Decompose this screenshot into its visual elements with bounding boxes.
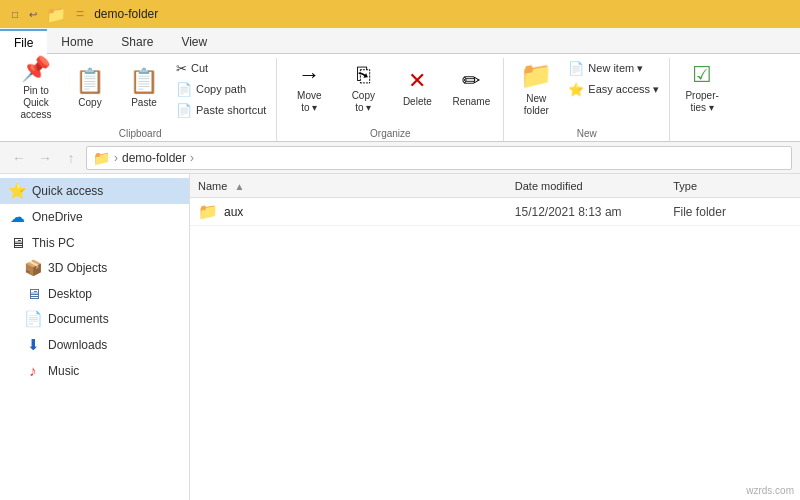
properties-icon: ☑	[692, 62, 712, 88]
delete-icon: ✕	[408, 68, 426, 94]
pin-label: Pin to Quick access	[12, 85, 60, 121]
new-item-icon: 📄	[568, 61, 584, 76]
move-to-button[interactable]: → Moveto ▾	[283, 58, 335, 118]
tab-home[interactable]: Home	[47, 28, 107, 53]
cut-icon	[176, 61, 187, 76]
ribbon: 📌 Pin to Quick access 📋 Copy 📋 Paste Cut	[0, 54, 800, 142]
clipboard-small-buttons: Cut 📄 Copy path 📄 Paste shortcut	[172, 58, 270, 134]
sidebar-item-label-3d-objects: 3D Objects	[48, 261, 107, 275]
file-name-cell: 📁 aux	[198, 202, 515, 221]
address-sep-2: ›	[190, 151, 194, 165]
sidebar-item-label-music: Music	[48, 364, 79, 378]
onedrive-icon: ☁	[8, 208, 26, 226]
address-path[interactable]: 📁 › demo-folder ›	[86, 146, 792, 170]
title-bar-controls: □ ↩	[8, 7, 40, 21]
sidebar-item-label-this-pc: This PC	[32, 236, 75, 250]
sidebar-item-label-desktop: Desktop	[48, 287, 92, 301]
sidebar-item-this-pc[interactable]: 🖥 This PC	[0, 230, 189, 255]
music-icon: ♪	[24, 362, 42, 379]
copy-to-button[interactable]: ⎘ Copyto ▾	[337, 58, 389, 118]
main-area: ⭐ Quick access ☁ OneDrive 🖥 This PC 📦 3D…	[0, 174, 800, 500]
copy-button[interactable]: 📋 Copy	[64, 58, 116, 118]
new-folder-label: Newfolder	[524, 93, 549, 117]
desktop-icon: 🖥	[24, 285, 42, 302]
paste-shortcut-icon: 📄	[176, 103, 192, 118]
col-header-date[interactable]: Date modified	[515, 180, 673, 192]
sidebar-item-onedrive[interactable]: ☁ OneDrive	[0, 204, 189, 230]
tab-view[interactable]: View	[167, 28, 221, 53]
cut-button[interactable]: Cut	[172, 58, 270, 78]
sidebar-item-3d-objects[interactable]: 📦 3D Objects	[0, 255, 189, 281]
move-to-label: Moveto ▾	[297, 90, 321, 114]
cut-label: Cut	[191, 62, 208, 74]
paste-icon: 📋	[129, 67, 159, 95]
file-area: Name ▲ Date modified Type 📁 aux 15/12/20…	[190, 174, 800, 500]
file-name: aux	[224, 205, 243, 219]
ribbon-group-new: 📁 Newfolder 📄 New item ▾ ⭐ Easy access ▾…	[504, 58, 670, 141]
ribbon-group-properties: ☑ Proper-ties ▾	[670, 58, 734, 141]
title-bar-folder-icon: 📁	[46, 5, 66, 24]
file-type: File folder	[673, 205, 792, 219]
tab-file[interactable]: File	[0, 29, 47, 54]
copy-label: Copy	[78, 97, 101, 109]
paste-label: Paste	[131, 97, 157, 109]
title-bar-icon-1: □	[8, 7, 22, 21]
address-path-text: demo-folder	[122, 151, 186, 165]
col-header-name[interactable]: Name ▲	[198, 180, 515, 192]
downloads-icon: ⬇	[24, 336, 42, 354]
sidebar-item-label-quick-access: Quick access	[32, 184, 103, 198]
ribbon-group-clipboard: 📌 Pin to Quick access 📋 Copy 📋 Paste Cut	[4, 58, 277, 141]
easy-access-icon: ⭐	[568, 82, 584, 97]
watermark: wzrds.com	[746, 485, 794, 496]
tab-share[interactable]: Share	[107, 28, 167, 53]
properties-label: Proper-ties ▾	[685, 90, 718, 114]
properties-button[interactable]: ☑ Proper-ties ▾	[676, 58, 728, 118]
sidebar-item-music[interactable]: ♪ Music	[0, 358, 189, 383]
organize-group-label: Organize	[370, 128, 411, 139]
sidebar-item-label-documents: Documents	[48, 312, 109, 326]
title-bar-sep: =	[76, 6, 84, 22]
easy-access-button[interactable]: ⭐ Easy access ▾	[564, 79, 663, 99]
sidebar: ⭐ Quick access ☁ OneDrive 🖥 This PC 📦 3D…	[0, 174, 190, 500]
copy-to-label: Copyto ▾	[352, 90, 375, 114]
sidebar-item-documents[interactable]: 📄 Documents	[0, 306, 189, 332]
sidebar-item-quick-access[interactable]: ⭐ Quick access	[0, 178, 189, 204]
documents-icon: 📄	[24, 310, 42, 328]
file-list-header: Name ▲ Date modified Type	[190, 174, 800, 198]
paste-button[interactable]: 📋 Paste	[118, 58, 170, 118]
pin-icon: 📌	[21, 55, 51, 83]
address-folder-icon: 📁	[93, 150, 110, 166]
ribbon-tabs: File Home Share View	[0, 28, 800, 54]
easy-access-label: Easy access ▾	[588, 83, 659, 96]
title-bar-icon-2: ↩	[26, 7, 40, 21]
back-button[interactable]: ←	[8, 147, 30, 169]
col-header-type[interactable]: Type	[673, 180, 792, 192]
title-bar: □ ↩ 📁 = demo-folder	[0, 0, 800, 28]
sidebar-item-downloads[interactable]: ⬇ Downloads	[0, 332, 189, 358]
file-list: 📁 aux 15/12/2021 8:13 am File folder	[190, 198, 800, 500]
new-item-button[interactable]: 📄 New item ▾	[564, 58, 663, 78]
new-group-label: New	[577, 128, 597, 139]
new-folder-icon: 📁	[520, 60, 552, 91]
up-button[interactable]: ↑	[60, 147, 82, 169]
sidebar-item-label-onedrive: OneDrive	[32, 210, 83, 224]
sidebar-item-desktop[interactable]: 🖥 Desktop	[0, 281, 189, 306]
quick-access-icon: ⭐	[8, 182, 26, 200]
delete-button[interactable]: ✕ Delete	[391, 58, 443, 118]
table-row[interactable]: 📁 aux 15/12/2021 8:13 am File folder	[190, 198, 800, 226]
copy-icon: 📋	[75, 67, 105, 95]
sort-arrow: ▲	[234, 181, 244, 192]
paste-shortcut-button[interactable]: 📄 Paste shortcut	[172, 100, 270, 120]
move-to-icon: →	[298, 62, 320, 88]
delete-label: Delete	[403, 96, 432, 108]
new-small-buttons: 📄 New item ▾ ⭐ Easy access ▾	[564, 58, 663, 113]
forward-button[interactable]: →	[34, 147, 56, 169]
copy-path-icon: 📄	[176, 82, 192, 97]
pin-to-quick-access-button[interactable]: 📌 Pin to Quick access	[10, 58, 62, 118]
rename-button[interactable]: ✏ Rename	[445, 58, 497, 118]
new-folder-button[interactable]: 📁 Newfolder	[510, 58, 562, 118]
clipboard-group-label: Clipboard	[119, 128, 162, 139]
file-date: 15/12/2021 8:13 am	[515, 205, 673, 219]
ribbon-group-organize: → Moveto ▾ ⎘ Copyto ▾ ✕ Delete ✏ Rename …	[277, 58, 504, 141]
copy-path-button[interactable]: 📄 Copy path	[172, 79, 270, 99]
